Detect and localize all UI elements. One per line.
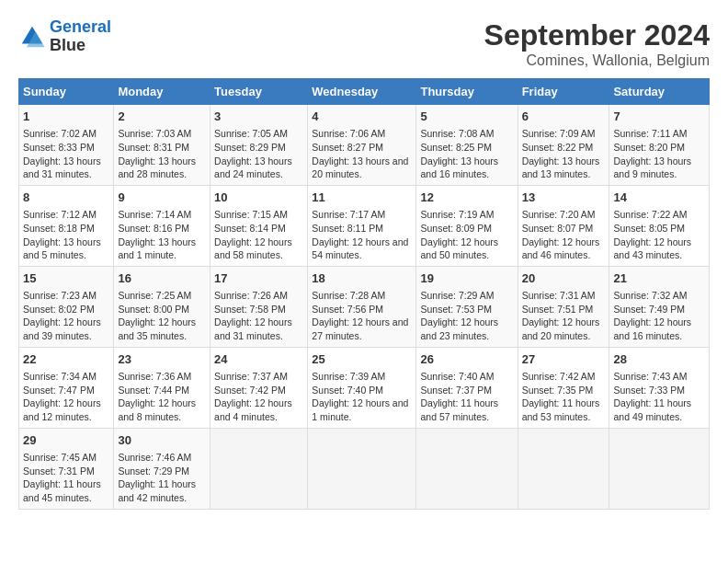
daylight-text: Daylight: 13 hours and 5 minutes. <box>23 236 109 262</box>
day-info: Sunrise: 7:42 AM Sunset: 7:35 PM Dayligh… <box>522 370 606 424</box>
sunset-text: Sunset: 7:44 PM <box>118 384 206 397</box>
sunrise-text: Sunrise: 7:40 AM <box>420 370 513 384</box>
daylight-text: Daylight: 13 hours and 13 minutes. <box>522 155 606 181</box>
calendar-cell: 21 Sunrise: 7:32 AM Sunset: 7:49 PM Dayl… <box>609 266 710 347</box>
sunset-text: Sunset: 8:09 PM <box>420 222 513 236</box>
sunset-text: Sunset: 7:47 PM <box>23 384 109 397</box>
sunset-text: Sunset: 8:14 PM <box>214 222 303 236</box>
sunrise-text: Sunrise: 7:25 AM <box>118 289 206 303</box>
sunset-text: Sunset: 7:40 PM <box>312 384 412 397</box>
day-number: 2 <box>118 109 206 125</box>
calendar-cell: 12 Sunrise: 7:19 AM Sunset: 8:09 PM Dayl… <box>416 185 518 266</box>
sunrise-text: Sunrise: 7:32 AM <box>613 289 705 303</box>
sunrise-text: Sunrise: 7:08 AM <box>420 127 513 141</box>
sunrise-text: Sunrise: 7:05 AM <box>214 127 303 141</box>
calendar-cell: 24 Sunrise: 7:37 AM Sunset: 7:42 PM Dayl… <box>210 347 308 428</box>
daylight-text: Daylight: 13 hours and 24 minutes. <box>214 155 303 181</box>
day-info: Sunrise: 7:22 AM Sunset: 8:05 PM Dayligh… <box>613 208 705 262</box>
sunrise-text: Sunrise: 7:31 AM <box>522 289 606 303</box>
sunrise-text: Sunrise: 7:12 AM <box>23 208 109 222</box>
day-info: Sunrise: 7:11 AM Sunset: 8:20 PM Dayligh… <box>613 127 705 181</box>
sunset-text: Sunset: 8:31 PM <box>118 141 206 155</box>
day-number: 15 <box>23 270 109 287</box>
daylight-text: Daylight: 12 hours and 8 minutes. <box>118 396 206 423</box>
day-info: Sunrise: 7:03 AM Sunset: 8:31 PM Dayligh… <box>118 127 206 181</box>
day-info: Sunrise: 7:20 AM Sunset: 8:07 PM Dayligh… <box>522 208 606 262</box>
sunrise-text: Sunrise: 7:36 AM <box>118 370 206 384</box>
calendar-cell: 13 Sunrise: 7:20 AM Sunset: 8:07 PM Dayl… <box>518 185 609 266</box>
sunrise-text: Sunrise: 7:29 AM <box>420 289 513 303</box>
calendar-cell: 17 Sunrise: 7:26 AM Sunset: 7:58 PM Dayl… <box>210 266 308 347</box>
calendar-cell: 9 Sunrise: 7:14 AM Sunset: 8:16 PM Dayli… <box>114 185 210 266</box>
calendar-cell: 11 Sunrise: 7:17 AM Sunset: 8:11 PM Dayl… <box>308 185 416 266</box>
calendar-cell: 10 Sunrise: 7:15 AM Sunset: 8:14 PM Dayl… <box>210 185 308 266</box>
calendar-cell: 30 Sunrise: 7:46 AM Sunset: 7:29 PM Dayl… <box>114 428 210 509</box>
day-number: 28 <box>613 351 705 368</box>
day-number: 11 <box>312 190 412 206</box>
day-number: 27 <box>522 351 606 368</box>
sunset-text: Sunset: 7:42 PM <box>214 384 303 397</box>
day-info: Sunrise: 7:37 AM Sunset: 7:42 PM Dayligh… <box>214 370 303 424</box>
calendar-week-row: 15 Sunrise: 7:23 AM Sunset: 8:02 PM Dayl… <box>19 266 710 347</box>
day-info: Sunrise: 7:12 AM Sunset: 8:18 PM Dayligh… <box>23 208 109 262</box>
sunrise-text: Sunrise: 7:43 AM <box>613 370 705 384</box>
calendar-cell: 7 Sunrise: 7:11 AM Sunset: 8:20 PM Dayli… <box>609 105 710 186</box>
day-number: 4 <box>312 109 412 125</box>
calendar-cell: 4 Sunrise: 7:06 AM Sunset: 8:27 PM Dayli… <box>308 105 416 186</box>
sunset-text: Sunset: 7:51 PM <box>522 303 606 316</box>
day-number: 6 <box>522 109 606 125</box>
day-info: Sunrise: 7:17 AM Sunset: 8:11 PM Dayligh… <box>312 208 412 262</box>
day-number: 26 <box>420 351 513 368</box>
sunset-text: Sunset: 8:07 PM <box>522 222 606 236</box>
daylight-text: Daylight: 11 hours and 57 minutes. <box>420 396 513 423</box>
sunrise-text: Sunrise: 7:34 AM <box>23 370 109 384</box>
sunrise-text: Sunrise: 7:22 AM <box>613 208 705 222</box>
sunrise-text: Sunrise: 7:37 AM <box>214 370 303 384</box>
sunset-text: Sunset: 8:11 PM <box>312 222 412 236</box>
sunset-text: Sunset: 7:35 PM <box>522 384 606 397</box>
day-number: 14 <box>613 190 705 206</box>
day-info: Sunrise: 7:02 AM Sunset: 8:33 PM Dayligh… <box>23 127 109 181</box>
calendar-week-row: 29 Sunrise: 7:45 AM Sunset: 7:31 PM Dayl… <box>19 428 710 509</box>
sunset-text: Sunset: 8:27 PM <box>312 141 412 155</box>
calendar-cell: 6 Sunrise: 7:09 AM Sunset: 8:22 PM Dayli… <box>518 105 609 186</box>
calendar-cell <box>518 428 609 509</box>
sunset-text: Sunset: 7:53 PM <box>420 303 513 316</box>
day-info: Sunrise: 7:19 AM Sunset: 8:09 PM Dayligh… <box>420 208 513 262</box>
calendar-cell: 20 Sunrise: 7:31 AM Sunset: 7:51 PM Dayl… <box>518 266 609 347</box>
sunrise-text: Sunrise: 7:17 AM <box>312 208 412 222</box>
day-info: Sunrise: 7:08 AM Sunset: 8:25 PM Dayligh… <box>420 127 513 181</box>
daylight-text: Daylight: 11 hours and 49 minutes. <box>613 396 705 423</box>
day-number: 9 <box>118 190 206 206</box>
daylight-text: Daylight: 12 hours and 39 minutes. <box>23 316 109 342</box>
day-number: 1 <box>23 109 109 125</box>
daylight-text: Daylight: 12 hours and 35 minutes. <box>118 316 206 342</box>
col-friday: Friday <box>518 79 609 105</box>
calendar-week-row: 22 Sunrise: 7:34 AM Sunset: 7:47 PM Dayl… <box>19 347 710 428</box>
sunset-text: Sunset: 7:29 PM <box>118 465 206 478</box>
day-info: Sunrise: 7:34 AM Sunset: 7:47 PM Dayligh… <box>23 370 109 424</box>
sunrise-text: Sunrise: 7:39 AM <box>312 370 412 384</box>
day-number: 24 <box>214 351 303 368</box>
calendar-cell: 25 Sunrise: 7:39 AM Sunset: 7:40 PM Dayl… <box>308 347 416 428</box>
daylight-text: Daylight: 13 hours and 28 minutes. <box>118 155 206 181</box>
day-number: 8 <box>23 190 109 206</box>
title-block: September 2024 Comines, Wallonia, Belgiu… <box>484 18 710 69</box>
sunset-text: Sunset: 7:33 PM <box>613 384 705 397</box>
sunset-text: Sunset: 7:49 PM <box>613 303 705 316</box>
day-info: Sunrise: 7:14 AM Sunset: 8:16 PM Dayligh… <box>118 208 206 262</box>
sunrise-text: Sunrise: 7:03 AM <box>118 127 206 141</box>
day-number: 10 <box>214 190 303 206</box>
sunrise-text: Sunrise: 7:14 AM <box>118 208 206 222</box>
calendar-cell: 14 Sunrise: 7:22 AM Sunset: 8:05 PM Dayl… <box>609 185 710 266</box>
sunset-text: Sunset: 8:16 PM <box>118 222 206 236</box>
logo-icon <box>18 23 46 51</box>
daylight-text: Daylight: 13 hours and 16 minutes. <box>420 155 513 181</box>
col-tuesday: Tuesday <box>210 79 308 105</box>
calendar-cell <box>210 428 308 509</box>
daylight-text: Daylight: 11 hours and 42 minutes. <box>118 477 206 504</box>
sunrise-text: Sunrise: 7:09 AM <box>522 127 606 141</box>
day-info: Sunrise: 7:46 AM Sunset: 7:29 PM Dayligh… <box>118 451 206 505</box>
sunrise-text: Sunrise: 7:45 AM <box>23 451 109 465</box>
calendar-header-row: Sunday Monday Tuesday Wednesday Thursday… <box>19 79 710 105</box>
